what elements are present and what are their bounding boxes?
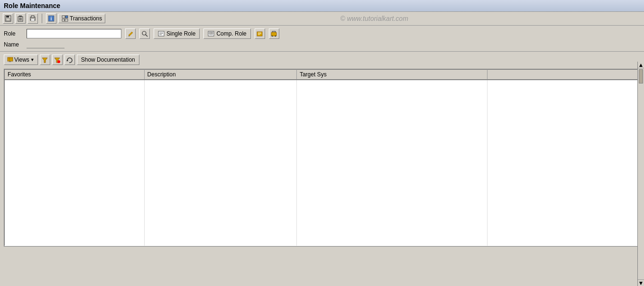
role-input[interactable] [27,29,121,38]
svg-line-21 [146,35,147,37]
table-row [5,80,640,246]
role-row: Role [4,28,640,39]
views-label: Views [14,56,29,63]
role-area: Role [0,26,644,52]
watermark: © www.tutorialkart.com [107,15,641,22]
svg-rect-16 [65,19,68,21]
scroll-up[interactable]: ▲ [638,62,644,68]
svg-point-36 [275,35,276,36]
main-toolbar: i Transactions © www.tutorialkart.com [0,12,644,26]
refresh-button[interactable] [64,55,75,65]
svg-rect-40 [8,57,13,61]
page-title: Role Maintenance [4,2,60,9]
name-label: Name [4,41,23,48]
svg-point-35 [272,35,273,36]
display-button[interactable] [255,28,265,39]
svg-rect-9 [31,16,34,18]
col-header-description: Description [144,70,296,80]
comp-role-button[interactable]: Comp. Role [203,28,250,39]
separator-1 [42,14,42,23]
svg-marker-48 [66,59,68,61]
scroll-track [638,68,644,279]
info-button[interactable]: i [46,13,56,24]
show-documentation-label: Show Documentation [81,56,135,63]
views-button[interactable]: Views ▼ [4,55,38,65]
col-header-target-sys: Target Sys [296,70,487,80]
edit-role-button[interactable] [125,28,136,39]
svg-rect-28 [212,32,213,34]
svg-rect-14 [65,16,68,18]
match-role-button[interactable] [139,28,150,39]
svg-text:i: i [51,16,52,21]
svg-rect-2 [6,18,10,21]
col-header-favorites: Favorites [5,70,145,80]
name-row: Name [4,41,640,48]
col-header-extra [487,70,639,80]
svg-rect-1 [6,16,9,18]
svg-rect-4 [19,16,22,17]
table-wrapper: Favorites Description Target Sys [4,69,640,247]
filter-button[interactable] [40,55,50,65]
table-body [5,80,640,246]
svg-rect-30 [257,32,262,36]
svg-rect-27 [209,32,211,34]
main-wrapper: Role Maintenance [0,0,644,286]
transactions-button[interactable]: Transactions [58,14,105,23]
show-documentation-button[interactable]: Show Documentation [77,55,139,65]
svg-rect-15 [62,19,64,21]
transport-button[interactable] [269,28,279,39]
print-button[interactable] [28,13,38,24]
single-role-label: Single Role [166,30,195,37]
role-label: Role [4,30,23,37]
comp-role-label: Comp. Role [216,30,246,37]
content-area: Views ▼ Show Do [0,52,644,286]
views-arrow: ▼ [30,57,35,62]
filter-active-button[interactable] [52,55,63,65]
data-table: Favorites Description Target Sys [4,69,640,246]
scroll-thumb[interactable] [639,69,643,83]
svg-point-47 [57,60,60,63]
title-bar: Role Maintenance [0,0,644,12]
svg-rect-13 [62,16,65,18]
transactions-label: Transactions [70,15,102,22]
scrollbar[interactable]: ▲ ▼ [637,62,644,286]
table-header-row: Favorites Description Target Sys [5,70,640,80]
delete-button[interactable] [15,13,26,24]
svg-rect-10 [31,19,35,21]
svg-marker-45 [42,58,47,63]
name-value [27,41,64,48]
single-role-button[interactable]: Single Role [154,28,200,39]
sub-toolbar: Views ▼ Show Do [4,55,640,65]
svg-point-20 [142,31,146,35]
svg-rect-34 [271,32,276,36]
scroll-down[interactable]: ▼ [638,279,644,286]
save-button[interactable] [3,13,13,24]
